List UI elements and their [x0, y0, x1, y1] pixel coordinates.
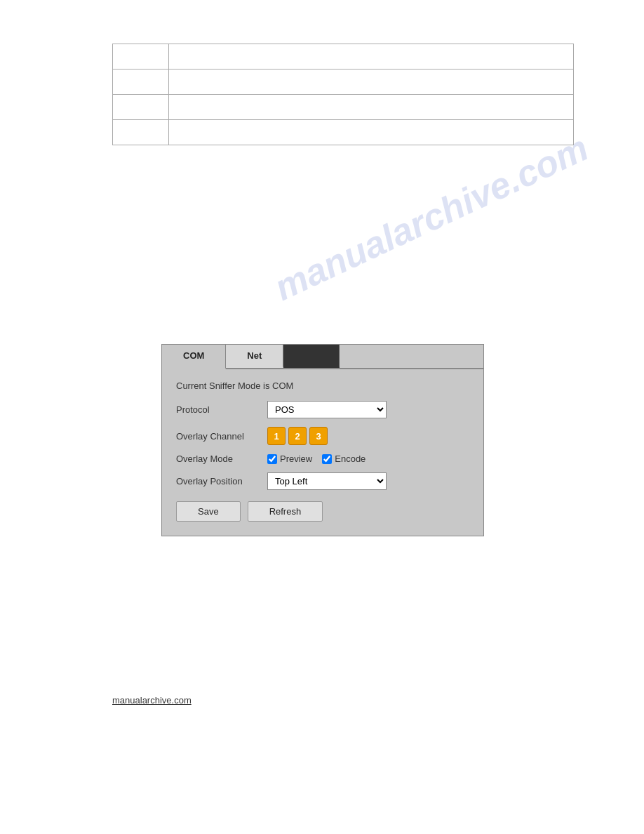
channel-buttons: 1 2 3	[267, 427, 469, 445]
channel-btn-1[interactable]: 1	[267, 427, 286, 445]
protocol-row: Protocol POS	[176, 401, 469, 418]
bottom-underline-text: manualarchive.com	[112, 695, 192, 706]
table-row	[113, 95, 574, 120]
bottom-text: manualarchive.com	[112, 695, 192, 706]
overlay-channel-row: Overlay Channel 1 2 3	[176, 427, 469, 445]
table-cell-col1	[113, 95, 169, 120]
save-button[interactable]: Save	[176, 501, 241, 522]
encode-checkbox-label[interactable]: Encode	[322, 454, 365, 464]
overlay-channel-label: Overlay Channel	[176, 431, 267, 442]
top-table-wrapper	[112, 44, 574, 145]
channel-btn-2[interactable]: 2	[288, 427, 307, 445]
table-cell-col2	[169, 95, 574, 120]
dialog-wrapper: COM Net Current Sniffer Mode is COM Prot…	[161, 344, 484, 536]
table-cell-col2	[169, 70, 574, 95]
table-row	[113, 70, 574, 95]
table-cell-col2	[169, 120, 574, 145]
preview-checkbox-label[interactable]: Preview	[267, 454, 312, 464]
watermark: manualarchive.com	[269, 126, 595, 309]
protocol-dropdown[interactable]: POS	[267, 401, 469, 418]
table-cell-col1	[113, 70, 169, 95]
sniffer-mode-label: Current Sniffer Mode is COM	[176, 380, 469, 391]
overlay-position-dropdown[interactable]: Top Left Top Right Bottom Left Bottom Ri…	[267, 472, 469, 490]
overlay-mode-row: Overlay Mode Preview Encode	[176, 454, 469, 464]
table-row	[113, 44, 574, 70]
dialog-body: Current Sniffer Mode is COM Protocol POS…	[162, 369, 483, 536]
protocol-select[interactable]: POS	[267, 401, 387, 418]
top-table	[112, 44, 574, 145]
tab-bar: COM Net	[162, 345, 483, 369]
tab-com[interactable]: COM	[162, 345, 226, 369]
channel-btn-3[interactable]: 3	[309, 427, 328, 445]
table-cell-col2	[169, 44, 574, 70]
overlay-position-label: Overlay Position	[176, 476, 267, 486]
refresh-button[interactable]: Refresh	[248, 501, 323, 522]
encode-label: Encode	[335, 454, 365, 464]
encode-checkbox[interactable]	[322, 454, 332, 464]
table-cell-col1	[113, 120, 169, 145]
tab-net[interactable]: Net	[226, 345, 283, 368]
dialog: COM Net Current Sniffer Mode is COM Prot…	[161, 344, 484, 536]
overlay-mode-label: Overlay Mode	[176, 454, 267, 464]
overlay-mode-controls: Preview Encode	[267, 454, 469, 464]
overlay-position-row: Overlay Position Top Left Top Right Bott…	[176, 472, 469, 490]
table-row	[113, 120, 574, 145]
preview-checkbox[interactable]	[267, 454, 277, 464]
overlay-position-select[interactable]: Top Left Top Right Bottom Left Bottom Ri…	[267, 472, 387, 490]
dialog-buttons: Save Refresh	[176, 501, 469, 522]
table-cell-col1	[113, 44, 169, 70]
protocol-label: Protocol	[176, 404, 267, 415]
preview-label: Preview	[280, 454, 312, 464]
tab-extra[interactable]	[283, 345, 340, 368]
